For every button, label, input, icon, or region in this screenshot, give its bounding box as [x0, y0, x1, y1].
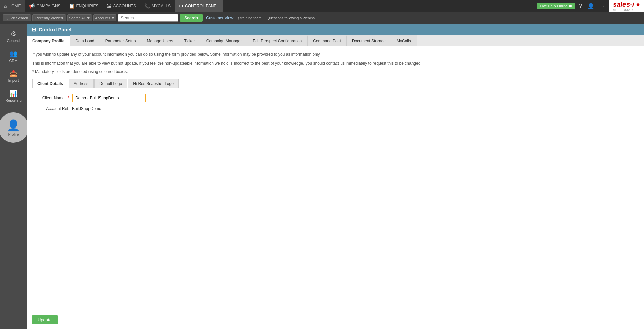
required-star: *	[68, 96, 69, 100]
sub-tab-client-details[interactable]: Client Details	[32, 79, 68, 88]
sidebar-item-reporting[interactable]: 📊 Reporting	[0, 86, 27, 106]
search-bar: Quick Search Recently Viewed Search All …	[0, 12, 644, 24]
logo-area: sales-i ● SELL SMART	[609, 0, 644, 12]
tab-ticker[interactable]: Ticker	[179, 35, 201, 46]
crm-icon: 👥	[9, 50, 18, 58]
cp-header-icon: ⊞	[32, 26, 36, 33]
sidebar-item-crm[interactable]: 👥 CRM	[0, 46, 27, 66]
info-text-line2: This is information that you are able to…	[32, 60, 639, 67]
search-all-dropdown[interactable]: Search All ▼	[67, 14, 92, 21]
tab-edit-prospect-config[interactable]: Edit Prospect Configuration	[247, 35, 308, 46]
search-input[interactable]	[118, 14, 178, 22]
info-text-line1: If you wish to update any of your accoun…	[32, 51, 639, 58]
import-icon: 📥	[9, 69, 18, 77]
tab-mycalls[interactable]: MyCalls	[391, 35, 417, 46]
quick-search-button[interactable]: Quick Search	[3, 14, 31, 21]
enquiries-icon: 📋	[69, 3, 75, 9]
help-icon[interactable]: ?	[578, 2, 583, 10]
tab-manage-users[interactable]: Manage Users	[141, 35, 179, 46]
account-ref-label: Account Ref:	[32, 106, 69, 111]
general-icon: ⚙	[10, 30, 16, 38]
nav-campaigns[interactable]: 📢 CAMPAIGNS	[25, 0, 65, 12]
live-help-dot	[569, 5, 572, 7]
logo-text: sales-i ●	[613, 1, 640, 8]
logo-sub: SELL SMART	[613, 8, 640, 12]
sub-tab-default-logo[interactable]: Default Logo	[94, 79, 127, 88]
live-help-button[interactable]: Live Help Online	[537, 3, 575, 9]
profile-circle[interactable]: 👤 Profile	[0, 112, 29, 143]
mycalls-icon: 📞	[144, 3, 150, 9]
client-name-row: Client Name: *	[32, 94, 639, 102]
accounts-dropdown[interactable]: Accounts ▼	[93, 14, 116, 21]
customer-view-link[interactable]: Customer View	[206, 15, 233, 20]
arrow-icon[interactable]: →	[598, 2, 606, 10]
ticker-text: ↑ training team.... Questions following …	[238, 16, 315, 20]
controlpanel-icon: ⚙	[179, 3, 183, 9]
content-area: ⊞ Control Panel Company Profile Data Loa…	[27, 24, 644, 329]
tab-parameter-setup[interactable]: Parameter Setup	[100, 35, 142, 46]
sub-tab-address[interactable]: Address	[69, 79, 94, 88]
cp-title: Control Panel	[39, 27, 72, 32]
tab-command-post[interactable]: Command Post	[308, 35, 347, 46]
nav-home[interactable]: ⌂ HOME	[0, 0, 25, 12]
home-icon: ⌂	[4, 3, 7, 9]
tab-campaign-manager[interactable]: Campaign Manager	[201, 35, 247, 46]
nav-controlpanel[interactable]: ⚙ CONTROL PANEL	[175, 0, 223, 12]
account-ref-value: BuildSuppDemo	[72, 106, 101, 111]
update-button[interactable]: Update	[32, 315, 58, 324]
sidebar: ⚙ General 👥 CRM 📥 Import 📊 Reporting 👤 P…	[0, 24, 27, 329]
recently-viewed-button[interactable]: Recently Viewed	[32, 14, 66, 21]
bottom-strip	[27, 319, 644, 329]
nav-accounts[interactable]: 🏛 ACCOUNTS	[103, 0, 140, 12]
sidebar-item-import[interactable]: 📥 Import	[0, 66, 27, 86]
tab-data-load[interactable]: Data Load	[70, 35, 100, 46]
reporting-icon: 📊	[9, 89, 18, 97]
mandatory-note: * Mandatory fields are denoted using col…	[32, 69, 639, 74]
profile-icon: 👤	[7, 119, 20, 132]
tab-document-storage[interactable]: Document Storage	[347, 35, 391, 46]
search-button[interactable]: Search	[180, 14, 203, 22]
page-content: If you wish to update any of your accoun…	[27, 46, 644, 319]
nav-enquiries[interactable]: 📋 ENQUIRIES	[65, 0, 103, 12]
client-name-input[interactable]	[72, 94, 146, 102]
user-icon[interactable]: 👤	[586, 2, 596, 11]
tab-company-profile[interactable]: Company Profile	[27, 35, 70, 46]
sidebar-item-general[interactable]: ⚙ General	[0, 26, 27, 46]
sub-tabs: Client Details Address Default Logo Hi-R…	[32, 79, 639, 88]
nav-mycalls[interactable]: 📞 MYCALLS	[140, 0, 175, 12]
campaigns-icon: 📢	[29, 3, 35, 9]
client-name-label: Client Name: *	[32, 96, 69, 100]
sub-tab-hi-res-logo[interactable]: Hi-Res Snapshot Logo	[128, 79, 179, 88]
cp-header: ⊞ Control Panel	[27, 24, 644, 35]
account-ref-row: Account Ref: BuildSuppDemo	[32, 106, 639, 111]
tabs-container: Company Profile Data Load Parameter Setu…	[27, 35, 644, 46]
accounts-icon: 🏛	[107, 3, 112, 9]
